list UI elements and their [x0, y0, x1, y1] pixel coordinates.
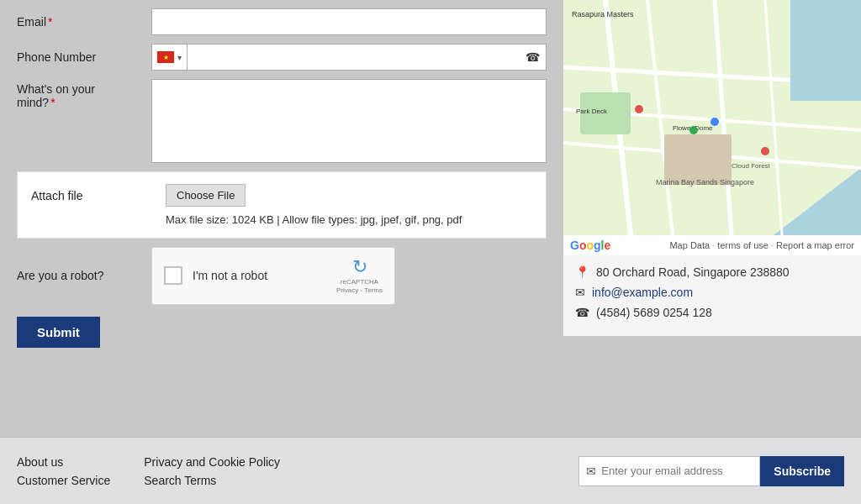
- mind-row: What's on your mind?*: [17, 79, 547, 163]
- map-section: Rasapura Masters Park Deck Flower Dome C…: [563, 0, 861, 437]
- phone-item: ☎ (4584) 5689 0254 128: [575, 306, 849, 319]
- subscribe-input-wrap: ✉: [578, 456, 760, 486]
- map-svg: Rasapura Masters Park Deck Flower Dome C…: [563, 0, 861, 235]
- customer-link[interactable]: Customer Service: [17, 474, 110, 487]
- mind-textarea[interactable]: [151, 79, 547, 163]
- mind-required: *: [50, 96, 55, 109]
- terms-link[interactable]: terms of use: [717, 240, 769, 250]
- vietnam-flag-icon: [157, 51, 174, 63]
- svg-text:Marina Bay Sands Singapore: Marina Bay Sands Singapore: [656, 178, 754, 186]
- mind-label-text: What's on your: [17, 82, 95, 96]
- svg-point-10: [710, 118, 719, 126]
- email-item: ✉ info@example.com: [575, 286, 849, 299]
- map-data-link[interactable]: Map Data: [669, 240, 710, 250]
- phone-input[interactable]: [187, 44, 547, 71]
- attach-section: Attach file Choose File Max file size: 1…: [17, 171, 547, 239]
- subscribe-email-icon: ✉: [586, 465, 596, 478]
- email-link[interactable]: info@example.com: [592, 286, 693, 299]
- email-label: Email*: [17, 15, 151, 29]
- svg-text:Cloud Forest: Cloud Forest: [732, 162, 771, 170]
- mind-label2-text: mind?: [17, 96, 49, 109]
- robot-row: Are you a robot? I'm not a robot ↻ reCAP…: [17, 247, 547, 305]
- footer-links-col2: Privacy and Cookie Policy Search Terms: [144, 455, 578, 487]
- svg-text:Rasapura Masters: Rasapura Masters: [572, 10, 634, 18]
- address-text: 80 Orchard Road, Singapore 238880: [596, 265, 790, 279]
- recaptcha-checkbox[interactable]: [164, 266, 182, 285]
- phone-contact-icon: ☎: [575, 306, 589, 319]
- svg-rect-13: [790, 0, 861, 101]
- map-attribution-links: Map Data · terms of use · Report a map e…: [669, 240, 854, 250]
- recaptcha-icon: ↻: [352, 256, 367, 278]
- email-label-text: Email: [17, 15, 46, 29]
- footer-links-col1: About us Customer Service: [17, 455, 110, 487]
- recaptcha-logo: ↻ reCAPTCHA Privacy - Terms: [336, 256, 383, 296]
- submit-button[interactable]: Submit: [17, 317, 100, 348]
- robot-label: Are you a robot?: [17, 269, 151, 282]
- recaptcha-box[interactable]: I'm not a robot ↻ reCAPTCHA Privacy - Te…: [151, 247, 395, 305]
- svg-rect-3: [664, 134, 732, 185]
- phone-text: (4584) 5689 0254 128: [596, 306, 712, 319]
- privacy-link[interactable]: Privacy and Cookie Policy: [144, 455, 578, 469]
- svg-point-11: [761, 147, 769, 155]
- email-input[interactable]: [151, 8, 547, 35]
- choose-file-button[interactable]: Choose File: [166, 184, 246, 207]
- svg-text:Park Deck: Park Deck: [576, 108, 608, 115]
- google-logo: Google: [570, 239, 610, 252]
- attach-info: Max file size: 1024 KB | Allow file type…: [166, 213, 532, 226]
- mind-label: What's on your mind?*: [17, 79, 151, 109]
- map-bg: Rasapura Masters Park Deck Flower Dome C…: [563, 0, 861, 235]
- report-link[interactable]: Report a map error: [776, 240, 854, 250]
- about-link[interactable]: About us: [17, 455, 110, 469]
- google-attribution: Google Map Data · terms of use · Report …: [563, 235, 861, 255]
- footer: About us Customer Service Privacy and Co…: [0, 437, 861, 504]
- subscribe-button[interactable]: Subscribe: [760, 456, 844, 486]
- svg-point-12: [689, 126, 698, 134]
- email-required: *: [48, 15, 52, 29]
- phone-icon: ☎: [526, 50, 540, 64]
- address-item: 📍 80 Orchard Road, Singapore 238880: [575, 265, 849, 279]
- location-icon: 📍: [575, 265, 589, 279]
- email-row: Email*: [17, 8, 547, 35]
- attach-label: Attach file: [31, 189, 166, 202]
- footer-subscribe: ✉ Subscribe: [578, 456, 844, 486]
- recaptcha-brand: reCAPTCHA Privacy - Terms: [336, 278, 383, 296]
- phone-row: Phone Number ▾ ☎: [17, 44, 547, 71]
- contact-info: 📍 80 Orchard Road, Singapore 238880 ✉ in…: [563, 255, 861, 336]
- email-icon: ✉: [575, 286, 585, 299]
- attach-row: Attach file Choose File: [31, 184, 532, 207]
- phone-input-wrap: ☎: [187, 44, 547, 71]
- phone-flag-dropdown[interactable]: ▾: [151, 44, 187, 71]
- search-terms-link[interactable]: Search Terms: [144, 474, 578, 487]
- phone-label: Phone Number: [17, 50, 151, 64]
- subscribe-input[interactable]: [601, 465, 753, 477]
- recaptcha-label: I'm not a robot: [193, 269, 328, 282]
- flag-dropdown-arrow-icon: ▾: [177, 53, 182, 62]
- form-section: Email* Phone Number ▾ ☎ What's on your: [0, 0, 563, 437]
- svg-point-9: [635, 105, 643, 113]
